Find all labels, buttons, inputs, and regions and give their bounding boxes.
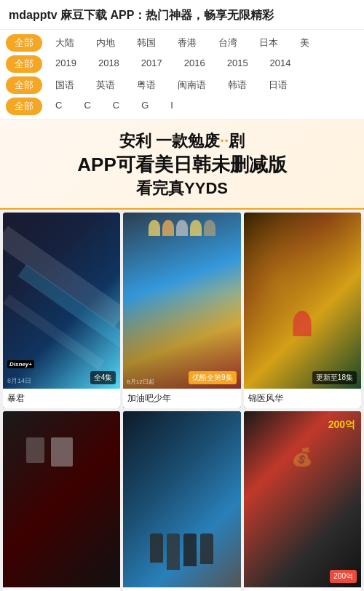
video-thumb-2: 8月12日起 优酷全第9集 <box>123 213 240 389</box>
filter-row-region: 全部 大陆 内地 韩国 香港 台湾 日本 美 <box>6 34 358 52</box>
video-thumb-1: Disney+ 8月14日 全4集 <box>3 213 120 389</box>
video-card-3[interactable]: 更新至18集 锦医风华 <box>244 213 361 408</box>
video-card-5[interactable] <box>123 411 240 591</box>
episode-badge-2: 优酷全第9集 <box>189 371 237 384</box>
filter-tag-c1[interactable]: C <box>47 98 71 115</box>
filter-tag-2019[interactable]: 2019 <box>47 55 85 73</box>
filter-tag-all-year[interactable]: 全部 <box>6 55 42 73</box>
video-title-2: 加油吧少年 <box>123 389 240 408</box>
filter-tag-2015[interactable]: 2015 <box>218 55 257 73</box>
date-badge-2: 8月12日起 <box>127 378 154 386</box>
filter-tag-i[interactable]: I <box>162 98 182 115</box>
disney-badge: Disney+ <box>7 360 34 368</box>
filter-tag-japan[interactable]: 日本 <box>250 34 287 52</box>
filter-tag-china[interactable]: 内地 <box>87 34 124 52</box>
video-title-1: 暴君 <box>3 389 120 408</box>
filter-tag-mainland[interactable]: 大陆 <box>47 34 83 52</box>
filter-tag-minnan[interactable]: 闽南语 <box>169 76 215 94</box>
filter-tag-korea[interactable]: 韩国 <box>128 34 165 52</box>
video-grid: Disney+ 8月14日 全4集 暴君 8月12日起 优酷全第9集 加油吧少年 <box>0 210 364 591</box>
banner-line3: 看完真YYDS <box>12 178 352 199</box>
video-card-1[interactable]: Disney+ 8月14日 全4集 暴君 <box>3 213 120 408</box>
filter-tag-all-region[interactable]: 全部 <box>6 34 42 52</box>
filter-tag-japanese[interactable]: 日语 <box>260 76 296 94</box>
header: mdapptv 麻豆下载 APP：热门神器，畅享无限精彩 <box>0 0 364 30</box>
date-badge-1: 8月14日 <box>7 376 31 386</box>
video-card-4[interactable] <box>3 411 120 591</box>
filter-tag-taiwan[interactable]: 台湾 <box>210 34 246 52</box>
banner-line2: APP可看美日韩未删减版 <box>12 152 352 178</box>
video-title-4 <box>3 587 120 591</box>
filter-tag-cantonese[interactable]: 粤语 <box>128 76 165 94</box>
filter-tag-english[interactable]: 英语 <box>87 76 124 94</box>
video-title-6 <box>244 587 361 591</box>
filter-section: 全部 大陆 内地 韩国 香港 台湾 日本 美 全部 2019 2018 2017… <box>0 30 364 120</box>
filter-tag-2014[interactable]: 2014 <box>261 55 300 73</box>
filter-tag-us[interactable]: 美 <box>291 34 318 52</box>
video-thumb-3: 更新至18集 <box>244 213 361 389</box>
overlay-banner: 安利 一款勉废··剧 APP可看美日韩未删减版 看完真YYDS <box>0 120 364 210</box>
video-thumb-4 <box>3 411 120 587</box>
filter-tag-mandarin[interactable]: 国语 <box>47 76 83 94</box>
video-card-2[interactable]: 8月12日起 优酷全第9集 加油吧少年 <box>123 213 240 408</box>
filter-tag-c2[interactable]: C <box>75 98 99 115</box>
money-text: 200억 <box>328 419 355 431</box>
episode-badge-3: 更新至18集 <box>312 371 357 384</box>
filter-row-year: 全部 2019 2018 2017 2016 2015 2014 <box>6 55 358 73</box>
filter-row-letter: 全部 C C C G I <box>6 98 358 115</box>
filter-tag-2017[interactable]: 2017 <box>132 55 171 73</box>
episode-badge-1: 全4集 <box>90 371 116 384</box>
page-title: mdapptv 麻豆下载 APP：热门神器，畅享无限精彩 <box>9 7 355 23</box>
video-thumb-6: 200억 💰 200억 <box>244 411 361 587</box>
filter-tag-c3[interactable]: C <box>104 98 128 115</box>
filter-tag-all-lang[interactable]: 全部 <box>6 76 42 94</box>
video-thumb-5 <box>123 411 240 587</box>
filter-tag-hongkong[interactable]: 香港 <box>169 34 205 52</box>
video-title-5 <box>123 587 240 591</box>
episode-badge-6: 200억 <box>330 570 357 583</box>
video-card-6[interactable]: 200억 💰 200억 <box>244 411 361 591</box>
filter-tag-all-letter[interactable]: 全部 <box>6 98 42 115</box>
banner-line1: 安利 一款勉废··剧 <box>12 130 352 152</box>
video-title-3: 锦医风华 <box>244 389 361 408</box>
filter-tag-g[interactable]: G <box>132 98 157 115</box>
filter-row-language: 全部 国语 英语 粤语 闽南语 韩语 日语 <box>6 76 358 94</box>
filter-tag-2018[interactable]: 2018 <box>90 55 128 73</box>
filter-tag-korean[interactable]: 韩语 <box>219 76 256 94</box>
filter-tag-2016[interactable]: 2016 <box>175 55 214 73</box>
